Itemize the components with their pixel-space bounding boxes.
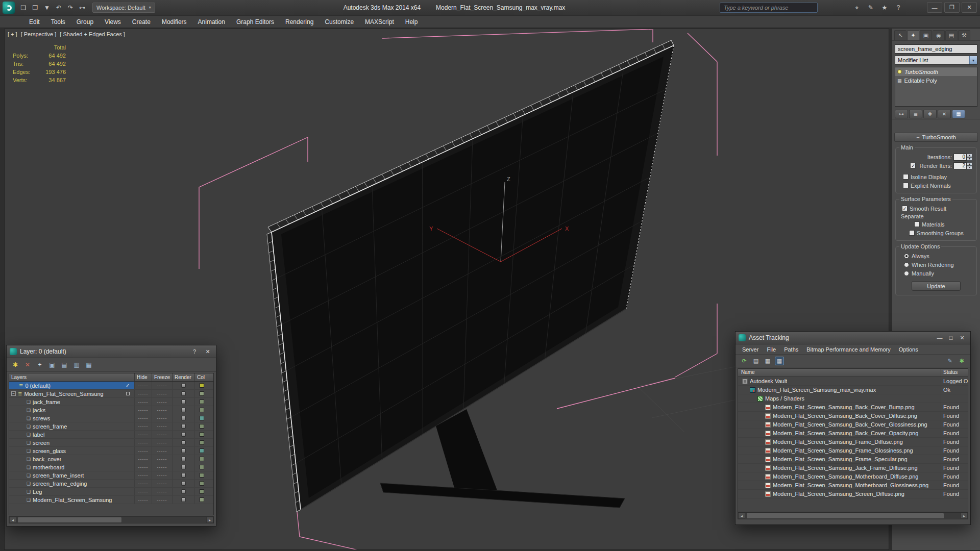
render-cell[interactable] (173, 488, 195, 495)
asset-row[interactable]: Modern_Flat_Screen_Samsung_Frame_Glossin… (738, 446, 968, 455)
layer-color-swatch[interactable] (200, 399, 204, 404)
menu-options[interactable]: Options (895, 345, 922, 354)
remove-modifier-button[interactable]: ✕ (938, 110, 951, 118)
freeze-cell[interactable]: ----- (152, 422, 173, 430)
restore-button[interactable]: ❐ (944, 2, 960, 13)
iterations-value[interactable]: 0 (953, 154, 967, 161)
render-iters-checkbox[interactable] (910, 163, 916, 168)
layer-color-swatch[interactable] (200, 424, 204, 429)
hierarchy-tab[interactable]: ▣ (920, 30, 932, 40)
workspace-dropdown[interactable]: Workspace: Default ▾ (92, 3, 155, 13)
render-cell[interactable] (173, 471, 195, 479)
layer-row[interactable]: ❏screws---------- (9, 414, 213, 422)
freeze-cell[interactable]: ----- (152, 496, 173, 504)
scrollbar-thumb[interactable] (17, 517, 122, 523)
asset-row[interactable]: Modern_Flat_Screen_Samsung_Motherboard_G… (738, 481, 968, 490)
menu-tools[interactable]: Tools (45, 16, 71, 28)
render-cell[interactable] (173, 455, 195, 463)
viewport-general-menu[interactable]: [ + ] (8, 31, 17, 37)
minimize-button[interactable]: — (935, 333, 945, 342)
freeze-cell[interactable]: ----- (152, 406, 173, 414)
when-rendering-radio[interactable] (904, 262, 909, 267)
layer-horizontal-scrollbar[interactable]: ◂ ▸ (9, 516, 214, 523)
asset-row[interactable]: Modern_Flat_Screen_Samsung_Frame_Specula… (738, 455, 968, 464)
undo-icon[interactable]: ↶ (54, 3, 64, 13)
close-button[interactable]: ✕ (203, 347, 213, 356)
make-unique-button[interactable]: ❖ (923, 110, 937, 118)
freeze-cell[interactable]: ----- (152, 439, 173, 446)
freeze-cell[interactable]: ----- (152, 455, 173, 463)
layer-window-titlebar[interactable]: Layer: 0 (default) ? ✕ (7, 345, 216, 358)
color-cell[interactable] (195, 382, 209, 389)
color-cell[interactable] (195, 496, 209, 504)
layer-row[interactable]: ❏Leg---------- (9, 488, 213, 496)
save-file-icon[interactable]: ▼ (42, 3, 52, 13)
modify-tab[interactable]: ✦ (907, 30, 919, 40)
add-to-layer-icon[interactable]: + (36, 360, 44, 369)
modifier-stack-item[interactable]: ▦Editable Poly (895, 76, 977, 85)
column-header-hide[interactable]: Hide (135, 373, 152, 381)
color-cell[interactable] (195, 422, 209, 430)
column-header-render[interactable]: Render (173, 373, 195, 381)
spin-down-icon[interactable] (967, 166, 972, 169)
layer-color-swatch[interactable] (200, 408, 204, 412)
redo-icon[interactable]: ↷ (65, 3, 76, 13)
freeze-cell[interactable]: ----- (152, 414, 173, 422)
expander-icon[interactable]: − (11, 391, 16, 396)
freeze-cell[interactable]: ----- (152, 431, 173, 438)
maximize-button[interactable]: □ (946, 333, 956, 342)
set-current-layer-icon[interactable]: ▤ (60, 360, 68, 369)
layer-color-swatch[interactable] (200, 489, 204, 494)
hide-cell[interactable]: ----- (135, 488, 152, 495)
details-view-icon[interactable]: ▦ (775, 357, 784, 365)
close-button[interactable]: ✕ (962, 2, 977, 13)
layer-color-swatch[interactable] (200, 383, 204, 388)
hide-cell[interactable]: ----- (135, 496, 152, 504)
asset-row[interactable]: Modern_Flat_Screen_Samsung_Back_Cover_Di… (738, 412, 968, 420)
motion-tab[interactable]: ◉ (933, 30, 945, 40)
manually-radio[interactable] (904, 271, 909, 276)
materials-checkbox[interactable] (914, 221, 920, 227)
asset-row[interactable]: Modern_Flat_Screen_Samsung_max_vray.maxO… (738, 386, 968, 394)
scroll-right-icon[interactable]: ▸ (961, 513, 968, 519)
layer-row[interactable]: ❏screen_frame---------- (9, 422, 213, 431)
render-cell[interactable] (173, 439, 195, 446)
hide-cell[interactable]: ----- (135, 414, 152, 422)
utilities-tab[interactable]: ⚒ (958, 30, 970, 40)
hide-cell[interactable]: ----- (135, 390, 152, 397)
pencil-icon[interactable]: ✎ (866, 3, 876, 13)
color-cell[interactable] (195, 455, 209, 463)
configure-modifier-sets-button[interactable]: ▦ (952, 110, 965, 118)
layer-color-swatch[interactable] (200, 457, 204, 461)
asset-row[interactable]: Autodesk VaultLogged Out (738, 377, 968, 386)
render-cell[interactable] (173, 422, 195, 430)
column-header-name[interactable]: Name (738, 369, 941, 377)
menu-file[interactable]: File (763, 345, 779, 354)
layer-row[interactable]: ❏screen---------- (9, 439, 213, 447)
layer-row[interactable]: −≣Modern_Flat_Screen_Samsung---------- (9, 390, 213, 398)
hide-cell[interactable]: ----- (135, 398, 152, 406)
render-iters-value[interactable]: 2 (953, 162, 967, 169)
color-cell[interactable] (195, 463, 209, 471)
chevron-down-icon[interactable] (969, 56, 977, 64)
layer-row[interactable]: ❏back_cover---------- (9, 455, 213, 463)
asset-row[interactable]: Modern_Flat_Screen_Samsung_Screen_Diffus… (738, 490, 968, 498)
menu-group[interactable]: Group (71, 16, 99, 28)
scrollbar-thumb[interactable] (746, 513, 944, 519)
menu-server[interactable]: Server (739, 345, 762, 354)
column-header-col[interactable]: Col (195, 373, 209, 381)
3ds-max-logo-icon[interactable] (3, 2, 15, 14)
freeze-cell[interactable]: ----- (152, 447, 173, 455)
select-link-icon[interactable]: ⊶ (77, 3, 87, 13)
layer-color-swatch[interactable] (200, 432, 204, 437)
show-end-result-button[interactable]: ≣ (909, 110, 922, 118)
scroll-left-icon[interactable]: ◂ (738, 513, 745, 519)
select-objects-in-layer-icon[interactable]: ▣ (48, 360, 56, 369)
layer-color-swatch[interactable] (200, 465, 204, 469)
asset-row[interactable]: Maps / Shaders (738, 394, 968, 403)
color-cell[interactable] (195, 398, 209, 406)
hide-cell[interactable]: ----- (135, 382, 152, 389)
render-iters-spinner[interactable]: 2 (953, 162, 972, 169)
object-name-field[interactable]: screen_frame_edging (895, 44, 977, 54)
thumbnail-view-icon[interactable]: ▦ (763, 357, 772, 365)
